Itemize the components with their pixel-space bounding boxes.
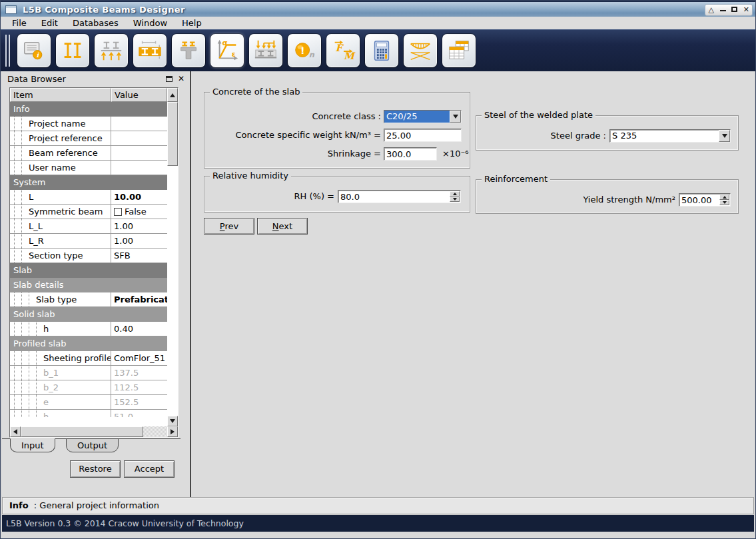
- horizontal-scrollbar[interactable]: [10, 426, 178, 437]
- force-moment-icon: F M: [330, 38, 356, 63]
- yield-strength-value: 500.00: [681, 195, 712, 205]
- chevron-down-icon[interactable]: [450, 111, 461, 123]
- steel-section-button[interactable]: [56, 34, 89, 67]
- menu-file[interactable]: File: [5, 17, 34, 29]
- app-window: L5B Composite Beams Designer △ ✕ File Ed…: [0, 0, 756, 539]
- loads-button[interactable]: [249, 34, 282, 67]
- results-tables-button[interactable]: [442, 34, 476, 67]
- table-row[interactable]: h51.0: [10, 410, 167, 417]
- table-row[interactable]: Slab typePrefabricated: [10, 292, 167, 307]
- slab-section-button[interactable]: [133, 34, 167, 67]
- menu-edit[interactable]: Edit: [34, 17, 65, 29]
- table-row[interactable]: b_1137.5: [10, 366, 167, 380]
- chevron-down-icon[interactable]: [719, 130, 730, 142]
- internal-forces-button[interactable]: F M: [326, 34, 360, 67]
- spin-down-icon[interactable]: [450, 197, 460, 202]
- table-row[interactable]: L_R1.00: [10, 234, 167, 249]
- yield-strength-spinbox[interactable]: 500.00: [679, 193, 731, 207]
- table-row[interactable]: Symmetric beamFalse: [10, 205, 167, 219]
- calculate-button[interactable]: [365, 34, 398, 67]
- row-value: 10.00: [111, 190, 167, 205]
- concrete-group-title: Concrete of the slab: [210, 87, 302, 97]
- stress-strain-button[interactable]: σ ε: [210, 34, 244, 67]
- table-row[interactable]: Project reference: [10, 131, 167, 146]
- prev-button[interactable]: Prev: [204, 218, 254, 235]
- restore-button[interactable]: Restore: [70, 460, 121, 478]
- concrete-class-combobox[interactable]: C20/25: [384, 110, 462, 123]
- row-value: Prefabricated: [111, 292, 167, 307]
- version-bar: L5B Version 0.3 © 2014 Cracow University…: [2, 515, 754, 532]
- close-panel-icon[interactable]: ✕: [178, 74, 185, 83]
- specific-weight-input[interactable]: 25.00: [384, 129, 462, 142]
- row-label: L: [10, 190, 111, 205]
- humidity-group-title: Relative humidity: [210, 171, 291, 181]
- form-area: Concrete of the slab Concrete class : C2…: [191, 71, 754, 497]
- row-label: Project reference: [10, 131, 111, 146]
- hscrollbar-trough[interactable]: [143, 426, 167, 437]
- scroll-right-button[interactable]: [167, 426, 178, 437]
- subsection-row[interactable]: Solid slab: [10, 307, 167, 322]
- table-row[interactable]: Section typeSFB: [10, 249, 167, 263]
- column-header-value[interactable]: Value: [111, 88, 167, 102]
- tab-input[interactable]: Input: [10, 438, 55, 452]
- row-label: User name: [10, 161, 111, 175]
- section-row[interactable]: Info: [10, 102, 167, 117]
- dock-title-bar[interactable]: Data Browser ✕: [2, 73, 190, 86]
- maximize-icon[interactable]: [730, 5, 739, 15]
- scrollbar-thumb[interactable]: [167, 102, 178, 166]
- menu-window[interactable]: Window: [126, 17, 175, 29]
- spin-buttons: [719, 195, 729, 205]
- table-row[interactable]: Project name: [10, 117, 167, 131]
- checkbox[interactable]: [114, 208, 122, 216]
- menu-help[interactable]: Help: [175, 17, 209, 29]
- float-panel-icon[interactable]: [166, 76, 173, 82]
- steel-grade-combobox[interactable]: S 235: [609, 129, 731, 143]
- scroll-left-button[interactable]: [10, 426, 21, 437]
- spin-down-icon[interactable]: [719, 200, 729, 205]
- diagrams-button[interactable]: [404, 34, 437, 67]
- table-row[interactable]: User name: [10, 161, 167, 175]
- concrete-group: Concrete of the slab Concrete class : C2…: [204, 92, 470, 169]
- row-label: L_R: [10, 234, 111, 249]
- close-icon[interactable]: ✕: [741, 5, 751, 15]
- shrinkage-input[interactable]: 300.0: [384, 147, 437, 161]
- row-value: 51.0: [111, 410, 167, 417]
- supports-button[interactable]: [95, 34, 128, 67]
- table-row[interactable]: Beam reference: [10, 146, 167, 161]
- subsection-row[interactable]: Slab details: [10, 278, 167, 292]
- next-button[interactable]: Next: [257, 218, 308, 235]
- subsection-row[interactable]: Profiled slab: [10, 336, 167, 351]
- tab-output[interactable]: Output: [66, 438, 119, 452]
- menu-databases[interactable]: Databases: [65, 17, 126, 29]
- section-row[interactable]: System: [10, 175, 167, 190]
- spin-up-icon[interactable]: [719, 195, 729, 200]
- row-value: [111, 146, 167, 161]
- shade-icon[interactable]: △: [707, 5, 716, 15]
- table-row[interactable]: b_2112.5: [10, 380, 167, 395]
- dock-title: Data Browser: [7, 74, 66, 84]
- scroll-up-button[interactable]: [167, 88, 178, 102]
- title-bar[interactable]: L5B Composite Beams Designer △ ✕: [1, 1, 755, 17]
- row-label: L_L: [10, 219, 111, 234]
- vertical-scrollbar[interactable]: [167, 88, 178, 426]
- row-value: [111, 117, 167, 131]
- table-row[interactable]: h0.40: [10, 322, 167, 336]
- rh-spinbox[interactable]: 80.0: [338, 190, 461, 203]
- exclamation-ratio-icon: ! n: [292, 38, 317, 63]
- scroll-down-button[interactable]: [167, 416, 178, 426]
- hscrollbar-thumb[interactable]: [21, 426, 143, 437]
- minimize-icon[interactable]: [718, 5, 727, 15]
- table-row[interactable]: e152.5: [10, 395, 167, 410]
- table-row[interactable]: L10.00: [10, 190, 167, 205]
- section-row[interactable]: Slab: [10, 263, 167, 278]
- toolbar-drag-handle[interactable]: [5, 35, 10, 67]
- project-info-button[interactable]: i: [17, 34, 51, 67]
- table-row[interactable]: L_L1.00: [10, 219, 167, 234]
- spin-up-icon[interactable]: [450, 191, 460, 197]
- table-row[interactable]: Sheeting profileComFlor_51 t: [10, 351, 167, 366]
- column-header-item[interactable]: Item: [10, 88, 111, 102]
- welded-plate-section-button[interactable]: [172, 34, 205, 67]
- row-value: False: [111, 205, 167, 219]
- modular-ratio-button[interactable]: ! n: [288, 34, 321, 67]
- accept-button[interactable]: Accept: [124, 460, 175, 478]
